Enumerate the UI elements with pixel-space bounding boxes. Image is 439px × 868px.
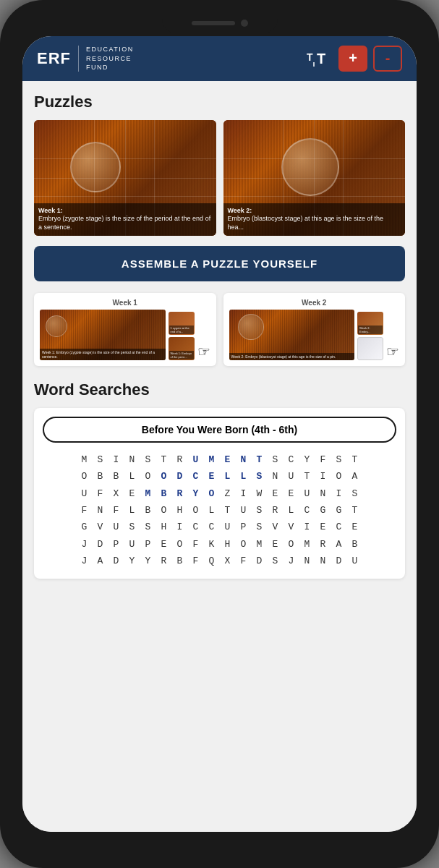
phone-screen: ERF EDUCATION RESOURCE FUND T T + - [22, 36, 417, 832]
svg-text:T: T [317, 51, 325, 67]
assemble-puzzle-button[interactable]: ASSEMBLE A PUZZLE YOURSELF [34, 246, 405, 281]
puzzle-card-1[interactable]: Week 1: Embryo (zygote stage) is the siz… [34, 120, 216, 236]
ws-cell: B [349, 536, 362, 553]
preview-main-caption-1: Week 1: Embryo (zygote stage) is the siz… [40, 349, 166, 360]
ws-cell: D [94, 536, 107, 553]
ws-cell: S [349, 485, 362, 502]
ws-cell: T [221, 502, 234, 519]
ws-cell: H [221, 536, 234, 553]
ws-cell: M [78, 451, 91, 468]
ws-cell: I [333, 485, 346, 502]
font-decrease-button[interactable]: - [373, 46, 402, 72]
ws-cell: S [269, 553, 282, 569]
preview-piece-2b [357, 337, 383, 360]
puzzle-preview-2[interactable]: Week 2 Week 2: Embryo (blastocyst stage)… [223, 293, 406, 366]
ws-cell: A [333, 536, 346, 553]
ws-cell: E [221, 451, 234, 468]
ws-cell: I [237, 485, 250, 502]
word-search-section-title: Word Searches [34, 380, 405, 399]
font-increase-button[interactable]: + [338, 46, 367, 72]
word-search-card: Before You Were Born (4th - 6th) MSINSTR… [34, 408, 405, 579]
ws-cell: O [158, 468, 171, 485]
ws-cell: F [94, 485, 107, 502]
ws-cell: T [349, 502, 362, 519]
ws-cell: N [301, 553, 314, 569]
ws-row-3: FNFLBOHOLTUSRLCGGT [43, 502, 396, 519]
ws-cell: F [78, 502, 91, 519]
ws-cell: S [126, 519, 139, 535]
preview-main-img-2: Week 2: Embryo (blastocyst stage) at thi… [229, 310, 355, 360]
ws-cell: Y [126, 553, 139, 569]
ws-cell: C [301, 502, 314, 519]
ws-cell: E [349, 519, 362, 535]
ws-cell: U [301, 485, 314, 502]
ws-cell: F [189, 553, 203, 569]
ws-cell: F [110, 502, 123, 519]
ws-cell: N [269, 468, 282, 485]
ws-cell: E [158, 536, 171, 553]
ws-cell: G [317, 502, 330, 519]
ws-cell: T [253, 451, 266, 468]
ws-cell: U [237, 502, 250, 519]
ws-cell: U [221, 519, 234, 535]
ws-cell: X [221, 553, 234, 569]
ws-cell: H [158, 519, 171, 535]
preview-pieces-2: Week 2: Embry... [357, 312, 383, 360]
ws-cell: O [174, 536, 187, 553]
ws-cell: L [237, 468, 250, 485]
ws-cell: A [94, 553, 107, 569]
ws-cell: N [317, 485, 330, 502]
puzzle-preview-row: Week 1 Week 1: Embryo (zygote stage) is … [34, 293, 405, 366]
ws-cell: O [158, 502, 171, 519]
ws-cell: S [142, 451, 155, 468]
ws-row-1: OBBLOODCELLSNUTIOA [43, 468, 396, 485]
ws-cell: R [158, 553, 171, 569]
ws-cell: L [285, 502, 298, 519]
ws-cell: V [94, 519, 107, 535]
ws-cell: R [174, 485, 187, 502]
ws-cell: T [349, 451, 362, 468]
logo-tagline: EDUCATION RESOURCE FUND [86, 45, 134, 72]
ws-row-6: JADYYRBFQXFDSJNNDU [43, 553, 396, 569]
phone-frame: ERF EDUCATION RESOURCE FUND T T + - [0, 0, 439, 868]
ws-cell: B [142, 502, 155, 519]
ws-cell: B [110, 468, 123, 485]
ws-row-0: MSINSTRUMENTSCYFST [43, 451, 396, 468]
word-search-card-title: Before You Were Born (4th - 6th) [43, 417, 396, 443]
ws-cell: U [110, 519, 123, 535]
ws-cell: N [94, 502, 107, 519]
ws-cell: O [237, 536, 250, 553]
preview-inner-2: Week 2: Embryo (blastocyst stage) at thi… [229, 310, 400, 360]
phone-notch [162, 13, 278, 33]
ws-cell: J [78, 536, 91, 553]
speaker [192, 21, 235, 25]
puzzle-card-2[interactable]: Week 2: Embryo (blastocyst stage) at thi… [223, 120, 406, 236]
ws-cell: F [189, 536, 203, 553]
ws-cell: U [78, 485, 91, 502]
header-controls: T T + - [307, 46, 402, 72]
main-content: Puzzles [22, 81, 417, 832]
ws-cell: N [317, 553, 330, 569]
preview-main-img-1: Week 1: Embryo (zygote stage) is the siz… [40, 310, 166, 360]
ws-cell: V [269, 519, 282, 535]
ws-cell: K [205, 536, 218, 553]
ws-cell: S [253, 502, 266, 519]
ws-cell: M [253, 536, 266, 553]
ws-cell: E [205, 468, 218, 485]
ws-cell: J [285, 553, 298, 569]
ws-cell: U [285, 468, 298, 485]
ws-cell: I [110, 451, 123, 468]
puzzle-caption-2: Week 2: Embryo (blastocyst stage) at thi… [223, 203, 406, 236]
svg-text:T: T [307, 51, 313, 63]
ws-cell: E [269, 536, 282, 553]
ws-cell: D [110, 553, 123, 569]
ws-cell: O [189, 502, 203, 519]
puzzle-preview-1[interactable]: Week 1 Week 1: Embryo (zygote stage) is … [34, 293, 216, 366]
ws-cell: V [285, 519, 298, 535]
ws-cell: N [126, 451, 139, 468]
ws-cell: A [349, 468, 362, 485]
ws-cell: C [205, 519, 218, 535]
ws-cell: S [253, 468, 266, 485]
puzzles-section-title: Puzzles [34, 93, 405, 111]
ws-cell: C [189, 468, 203, 485]
